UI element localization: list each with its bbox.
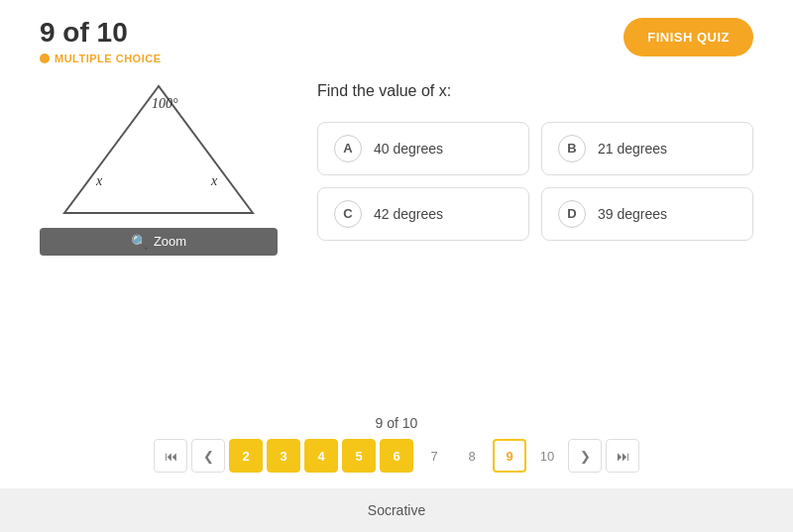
- answer-letter-d: D: [558, 200, 586, 228]
- question-info: 9 of 10 MULTIPLE CHOICE: [40, 18, 162, 64]
- answer-option-b[interactable]: B 21 degrees: [541, 122, 753, 175]
- image-panel: 100° x x 🔍 Zoom: [40, 74, 287, 405]
- pagination-label: 9 of 10: [376, 415, 418, 431]
- pagination-first-button[interactable]: ⏮: [154, 439, 187, 473]
- pagination-page-7[interactable]: 7: [417, 439, 451, 473]
- pagination-page-6[interactable]: 6: [380, 439, 413, 473]
- pagination-section: 9 of 10 ⏮ ❮ 2 3 4 5 6 7 8 9 10 ❯ ⏭: [0, 405, 793, 488]
- answers-grid: A 40 degrees B 21 degrees C 42 degrees D…: [317, 122, 753, 241]
- top-angle-label: 100°: [152, 96, 178, 111]
- finish-quiz-button[interactable]: FINISH QUIZ: [623, 18, 753, 56]
- answer-text-b: 21 degrees: [598, 141, 667, 157]
- left-var-label: x: [95, 173, 103, 188]
- pagination-page-2[interactable]: 2: [229, 439, 263, 473]
- zoom-button[interactable]: 🔍 Zoom: [40, 228, 278, 256]
- pagination-page-8[interactable]: 8: [455, 439, 489, 473]
- question-number: 9 of 10: [40, 18, 162, 49]
- pagination-page-10[interactable]: 10: [530, 439, 564, 473]
- header: 9 of 10 MULTIPLE CHOICE FINISH QUIZ: [0, 0, 793, 74]
- pagination-page-4[interactable]: 4: [304, 439, 338, 473]
- footer: Socrative: [0, 488, 793, 532]
- question-text: Find the value of x:: [317, 82, 753, 100]
- pagination-next-button[interactable]: ❯: [568, 439, 602, 473]
- answer-option-a[interactable]: A 40 degrees: [317, 122, 529, 175]
- badge-dot: [40, 53, 50, 63]
- answer-text-a: 40 degrees: [374, 141, 443, 157]
- answer-letter-a: A: [334, 135, 362, 162]
- main-content: 100° x x 🔍 Zoom Find the value of x: A 4…: [0, 74, 793, 405]
- zoom-icon: 🔍: [131, 234, 148, 250]
- answer-text-c: 42 degrees: [374, 206, 443, 222]
- triangle-container: 100° x x: [40, 74, 278, 228]
- answer-letter-b: B: [558, 135, 586, 162]
- answer-option-d[interactable]: D 39 degrees: [541, 187, 753, 241]
- brand-name: Socrative: [368, 502, 425, 518]
- answer-text-d: 39 degrees: [598, 206, 667, 222]
- triangle-diagram: 100° x x: [45, 76, 273, 225]
- pagination-prev-button[interactable]: ❮: [191, 439, 225, 473]
- answer-option-c[interactable]: C 42 degrees: [317, 187, 529, 241]
- question-type-badge: MULTIPLE CHOICE: [40, 53, 162, 64]
- answer-letter-c: C: [334, 200, 362, 228]
- pagination-last-button[interactable]: ⏭: [606, 439, 639, 473]
- pagination-controls: ⏮ ❮ 2 3 4 5 6 7 8 9 10 ❯ ⏭: [154, 439, 639, 473]
- question-type-label: MULTIPLE CHOICE: [55, 53, 162, 64]
- pagination-page-5[interactable]: 5: [342, 439, 376, 473]
- right-var-label: x: [210, 173, 218, 188]
- pagination-page-3[interactable]: 3: [267, 439, 300, 473]
- question-panel: Find the value of x: A 40 degrees B 21 d…: [317, 74, 753, 405]
- zoom-label: Zoom: [154, 234, 186, 249]
- pagination-page-9[interactable]: 9: [493, 439, 526, 473]
